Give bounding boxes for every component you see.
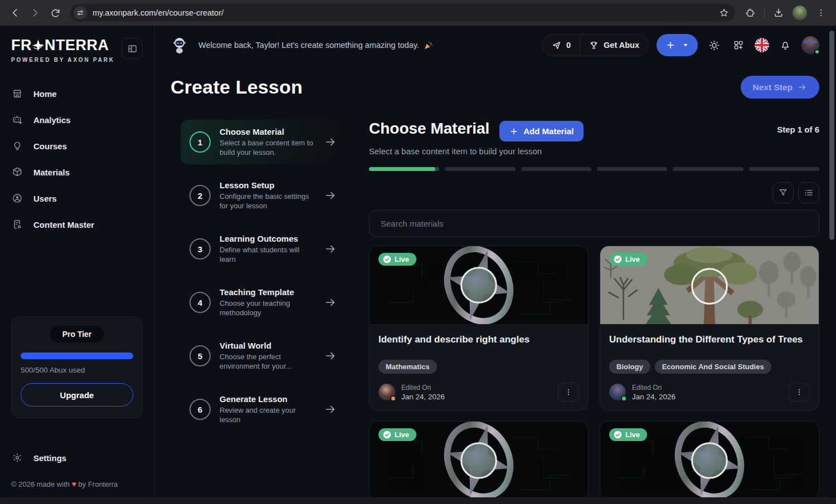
sidebar-item-home[interactable]: Home	[11, 84, 143, 103]
sidebar-item-analytics[interactable]: Analytics	[11, 110, 143, 129]
progress-segment-4	[597, 167, 667, 171]
back-arrow-icon	[9, 7, 21, 18]
step-item-learning-outcomes[interactable]: 3 Learning OutcomesDefine what students …	[181, 227, 346, 271]
step-title: Learning Outcomes	[220, 234, 298, 243]
package-icon	[11, 167, 23, 178]
window-bottom-edge	[0, 497, 836, 504]
download-icon	[773, 7, 784, 18]
site-info-icon[interactable]	[74, 6, 87, 19]
quick-add-button[interactable]	[657, 34, 698, 56]
language-flag-uk[interactable]	[755, 38, 769, 52]
step-item-choose-material[interactable]: 1 Choose MaterialSelect a base content i…	[181, 120, 346, 164]
sidebar-item-settings[interactable]: Settings	[11, 453, 143, 463]
away-status-dot	[390, 395, 396, 402]
arrow-right-icon	[324, 350, 337, 362]
header-controls: 0 Get Abux	[542, 34, 819, 56]
material-card[interactable]: Live Understanding the Different Types o…	[600, 246, 819, 411]
step-number: 6	[189, 399, 211, 420]
puzzle-icon	[745, 8, 756, 18]
abux-progress-fill	[21, 353, 133, 359]
subject-tag: Biology	[609, 360, 650, 374]
logo-star-icon	[32, 40, 44, 51]
step-item-virtual-world[interactable]: 5 Virtual WorldChoose the perfect enviro…	[181, 334, 346, 378]
downloads-button[interactable]	[769, 3, 788, 22]
lightbulb-icon	[11, 140, 23, 151]
list-view-button[interactable]	[798, 182, 819, 203]
check-circle-icon	[614, 255, 622, 263]
progress-segment-2	[445, 167, 515, 171]
panel-title: Choose Material	[369, 120, 489, 138]
get-abux-button[interactable]: Get Abux	[580, 35, 648, 56]
step-title: Generate Lesson	[220, 394, 288, 404]
sidebar-item-label: Courses	[33, 141, 67, 151]
step-desc: Select a base content item to build your…	[220, 139, 315, 157]
extensions-button[interactable]	[741, 3, 760, 22]
back-button[interactable]	[6, 3, 25, 22]
sidebar-collapse-button[interactable]	[121, 38, 143, 59]
add-material-button[interactable]: Add Material	[499, 121, 584, 141]
notifications-button[interactable]	[777, 37, 794, 53]
step-number: 3	[189, 238, 211, 260]
card-menu-button[interactable]	[789, 383, 810, 402]
sidebar-item-label: Home	[33, 89, 57, 99]
arrow-right-icon	[324, 296, 337, 309]
step-number: 5	[189, 345, 211, 366]
page-scrollbar[interactable]	[829, 31, 834, 240]
bookmark-star-icon[interactable]	[716, 5, 732, 21]
upgrade-button[interactable]: Upgrade	[21, 383, 133, 407]
check-circle-icon	[383, 430, 391, 439]
get-abux-label: Get Abux	[604, 41, 639, 50]
address-bar[interactable]: my.axonpark.com/en/course-creator/	[70, 4, 735, 22]
panel-subtitle: Select a base content item to build your…	[369, 146, 819, 156]
reload-button[interactable]	[46, 3, 65, 22]
steps-list: 1 Choose MaterialSelect a base content i…	[171, 120, 346, 497]
arrow-right-icon	[324, 136, 337, 148]
browser-menu-button[interactable]	[811, 3, 830, 22]
progress-segment-3	[521, 167, 591, 171]
status-badge: Live	[378, 253, 416, 266]
step-number: 2	[189, 185, 211, 206]
online-status-dot	[814, 49, 820, 55]
apps-menu-button[interactable]	[730, 37, 747, 53]
chevron-down-icon	[682, 42, 689, 48]
abux-counter[interactable]: 0	[543, 35, 580, 56]
step-desc: Choose the perfect environment for your.…	[220, 353, 315, 371]
step-desc: Review and create your lesson	[220, 406, 315, 424]
theme-toggle-button[interactable]	[706, 37, 722, 53]
page-title: Create Lesson	[171, 76, 303, 98]
arrow-right-icon	[324, 403, 337, 415]
forward-arrow-icon	[30, 7, 41, 18]
forward-button[interactable]	[26, 3, 45, 22]
step-title: Choose Material	[220, 127, 284, 136]
sidebar-item-users[interactable]: Users	[11, 189, 143, 208]
toolbar-divider	[764, 8, 765, 18]
assistant-robot-avatar	[171, 36, 188, 54]
step-item-teaching-template[interactable]: 4 Teaching TemplateChoose your teaching …	[181, 280, 346, 325]
step-desc: Choose your teaching methodology	[220, 299, 315, 317]
url-text: my.axonpark.com/en/course-creator/	[93, 8, 716, 17]
step-item-lesson-setup[interactable]: 2 Lesson SetupConfigure the basic settin…	[181, 173, 346, 218]
user-avatar[interactable]	[801, 36, 819, 54]
edited-date: Jan 24, 2026	[401, 393, 445, 401]
send-icon	[552, 41, 561, 50]
status-badge: Live	[609, 253, 647, 266]
sidebar-item-courses[interactable]: Courses	[11, 136, 143, 155]
material-card[interactable]: Live Identify and describe right angles …	[369, 246, 589, 411]
step-item-generate-lesson[interactable]: 6 Generate LessonReview and create your …	[181, 387, 346, 432]
kebab-menu-icon	[795, 388, 804, 397]
card-menu-button[interactable]	[558, 383, 579, 402]
step-desc: Define what students will learn	[220, 246, 315, 264]
browser-toolbar: my.axonpark.com/en/course-creator/	[0, 0, 836, 26]
search-input[interactable]	[369, 210, 819, 237]
sidebar-item-materials[interactable]: Materials	[11, 163, 143, 182]
material-card[interactable]: Live	[369, 421, 589, 497]
next-step-button[interactable]: Next Step	[741, 76, 820, 99]
browser-profile-avatar[interactable]	[793, 6, 807, 20]
welcome-message: Welcome back, Taylor! Let's create somet…	[198, 41, 433, 50]
material-card[interactable]: Live	[600, 421, 819, 497]
step-title: Lesson Setup	[220, 180, 274, 190]
filter-button[interactable]	[772, 182, 794, 203]
sidebar-item-label: Materials	[33, 168, 70, 177]
main-content: Welcome back, Taylor! Let's create somet…	[154, 26, 836, 497]
sidebar-item-content-master[interactable]: Content Master	[11, 215, 143, 234]
